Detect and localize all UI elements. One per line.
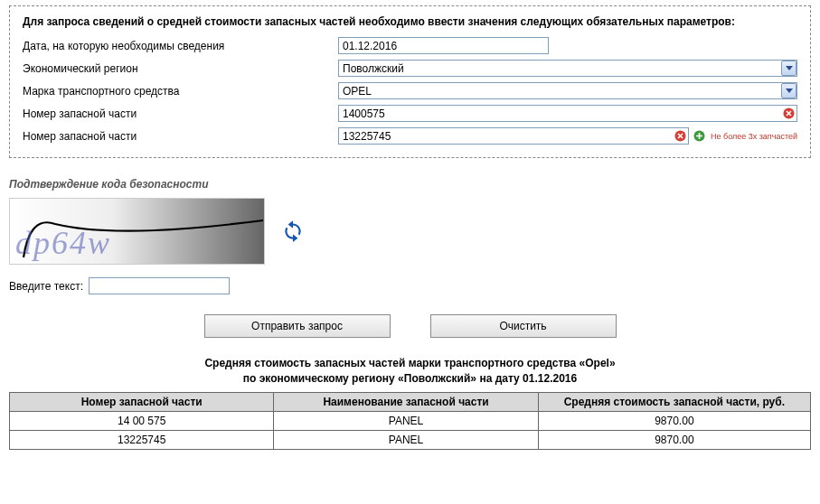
results-table: Номер запасной части Наименование запасн… <box>9 392 811 450</box>
brand-select[interactable] <box>338 82 797 99</box>
captcha-section: Подтверждение кода безопасности dp64w Вв… <box>9 178 811 294</box>
col-part-number: Номер запасной части <box>10 392 274 411</box>
cell-part-name: PANEL <box>274 430 538 449</box>
table-row: 13225745 PANEL 9870.00 <box>10 430 811 449</box>
delete-icon[interactable] <box>674 129 686 142</box>
results-title: Средняя стоимость запасных частей марки … <box>9 356 811 387</box>
svg-marker-0 <box>786 66 793 70</box>
cell-part-name: PANEL <box>274 411 538 430</box>
limit-note: Не более 3х запчастей <box>711 132 797 141</box>
row-date: Дата, на которую необходимы сведения <box>23 37 797 54</box>
col-part-name: Наименование запасной части <box>274 392 538 411</box>
part1-input[interactable] <box>338 105 797 122</box>
query-form-panel: Для запроса сведений о средней стоимости… <box>9 5 811 158</box>
captcha-title: Подтверждение кода безопасности <box>9 178 811 191</box>
cell-part-number: 13225745 <box>10 430 274 449</box>
delete-icon[interactable] <box>782 107 795 119</box>
cell-price: 9870.00 <box>538 430 810 449</box>
captcha-input[interactable] <box>89 277 230 294</box>
svg-marker-1 <box>786 89 793 93</box>
region-label: Экономический регион <box>23 62 335 75</box>
table-header-row: Номер запасной части Наименование запасн… <box>10 392 811 411</box>
chevron-down-icon[interactable] <box>781 83 796 98</box>
captcha-enter-label: Введите текст: <box>9 280 83 293</box>
chevron-down-icon[interactable] <box>781 61 796 76</box>
results-title-line2: по экономическому региону «Поволжский» н… <box>243 372 577 385</box>
part2-input[interactable] <box>338 127 689 145</box>
row-region: Экономический регион <box>23 60 797 77</box>
results-title-line1: Средняя стоимость запасных частей марки … <box>204 357 615 369</box>
row-part2: Номер запасной части Не более 3х запчаст… <box>23 127 797 145</box>
date-input[interactable] <box>338 37 549 54</box>
captcha-image: dp64w <box>9 198 265 265</box>
cell-price: 9870.00 <box>538 411 810 430</box>
button-row: Отправить запрос Очистить <box>9 314 811 338</box>
refresh-icon[interactable] <box>281 219 305 245</box>
region-select[interactable] <box>338 60 797 77</box>
cell-part-number: 14 00 575 <box>10 411 274 430</box>
row-part1: Номер запасной части <box>23 105 797 122</box>
part1-label: Номер запасной части <box>23 107 335 120</box>
captcha-value: dp64w <box>15 224 111 262</box>
row-brand: Марка транспортного средства <box>23 82 797 99</box>
part2-label: Номер запасной части <box>23 130 335 143</box>
brand-label: Марка транспортного средства <box>23 85 335 98</box>
clear-button[interactable]: Очистить <box>430 314 617 338</box>
submit-button[interactable]: Отправить запрос <box>204 314 391 338</box>
table-row: 14 00 575 PANEL 9870.00 <box>10 411 811 430</box>
date-label: Дата, на которую необходимы сведения <box>23 40 335 52</box>
plus-icon[interactable] <box>693 130 705 143</box>
form-heading: Для запроса сведений о средней стоимости… <box>23 15 797 28</box>
col-price: Средняя стоимость запасной части, руб. <box>538 392 810 411</box>
